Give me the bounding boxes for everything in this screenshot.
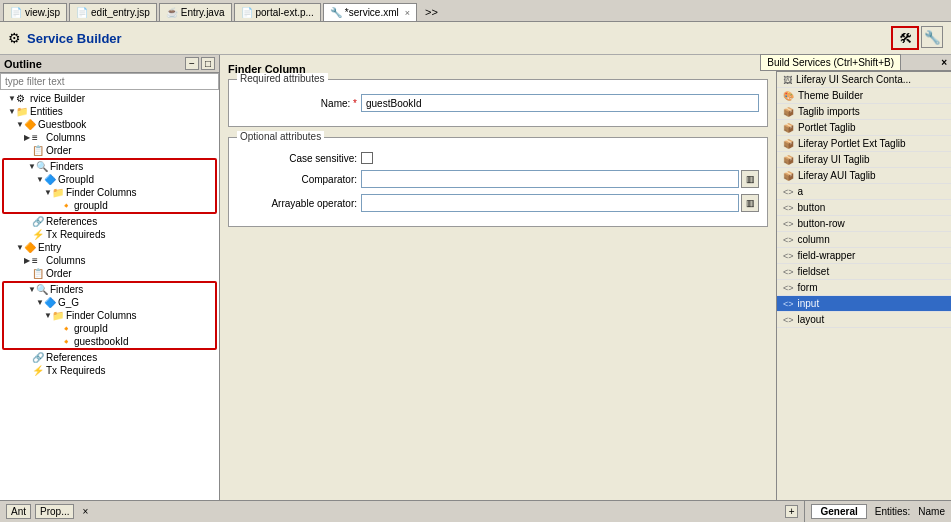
- tree-item-finder-columns-1[interactable]: ▼ 📁 Finder Columns: [4, 186, 215, 199]
- tree-item-entry-columns[interactable]: ▶ ≡ Columns: [0, 254, 219, 267]
- outline-expand-btn[interactable]: □: [201, 57, 215, 70]
- ant-label[interactable]: Ant: [6, 504, 31, 519]
- tree-item-finder-columns-2[interactable]: ▼ 📁 Finder Columns: [4, 309, 215, 322]
- case-sensitive-row: Case sensitive:: [237, 152, 759, 164]
- tree-label: guestbookId: [74, 336, 129, 347]
- tree-item-g-g[interactable]: ▼ 🔷 G_G: [4, 296, 215, 309]
- tree-item-groupid-col[interactable]: 🔸 groupId: [4, 199, 215, 212]
- tree-arrow: ▼: [28, 162, 36, 171]
- finders-icon: 🔍: [36, 284, 50, 295]
- service-builder-tree-icon: ⚙: [16, 93, 30, 104]
- right-item-portlet-ext-taglib[interactable]: 📦 Liferay Portlet Ext Taglib: [777, 136, 951, 152]
- right-item-tag-button-row[interactable]: <> button-row: [777, 216, 951, 232]
- right-item-search-conta[interactable]: 🖼 Liferay UI Search Conta...: [777, 72, 951, 88]
- right-item-tag-a[interactable]: <> a: [777, 184, 951, 200]
- outline-collapse-btn[interactable]: −: [185, 57, 199, 70]
- right-item-taglib-imports[interactable]: 📦 Taglib imports: [777, 104, 951, 120]
- right-item-icon: <>: [783, 251, 794, 261]
- outline-title: Outline: [4, 58, 42, 70]
- right-item-portlet-taglib[interactable]: 📦 Portlet Taglib: [777, 120, 951, 136]
- right-item-tag-field-wrapper[interactable]: <> field-wrapper: [777, 248, 951, 264]
- tree-item-groupid-col-2[interactable]: 🔸 groupId: [4, 322, 215, 335]
- right-item-icon: <>: [783, 203, 794, 213]
- right-tab-sn-close[interactable]: ×: [941, 57, 947, 68]
- finders-highlight-group-2: ▼ 🔍 Finders ▼ 🔷 G_G ▼ 📁 Finder Columns: [2, 281, 217, 350]
- tab-entry-java[interactable]: ☕ Entry.java: [159, 3, 232, 21]
- tree-item-guestbook-order[interactable]: 📋 Order: [0, 144, 219, 157]
- right-item-icon: <>: [783, 315, 794, 325]
- name-input[interactable]: [361, 94, 759, 112]
- outline-filter-input[interactable]: [0, 73, 219, 90]
- tree-arrow: [24, 353, 32, 362]
- case-sensitive-checkbox[interactable]: [361, 152, 373, 164]
- tree-item-entry-references[interactable]: 🔗 References: [0, 351, 219, 364]
- references-icon: 🔗: [32, 216, 46, 227]
- right-item-tag-input[interactable]: <> input: [777, 296, 951, 312]
- tree-item-guestbook[interactable]: ▼ 🔶 Guestbook: [0, 118, 219, 131]
- tree-item-service-builder[interactable]: ▼ ⚙ rvice Builder: [0, 92, 219, 105]
- tree-item-groupid[interactable]: ▼ 🔷 GroupId: [4, 173, 215, 186]
- tree-item-guestbookid-col[interactable]: 🔸 guestbookId: [4, 335, 215, 348]
- arrayable-browse-button[interactable]: ▥: [741, 194, 759, 212]
- required-attributes-legend: Required attributes: [237, 73, 328, 84]
- tree-arrow: [52, 324, 60, 333]
- title-bar: ⚙ Service Builder 🛠 🔧 Build Services (Ct…: [0, 22, 951, 55]
- right-item-label: layout: [798, 314, 825, 325]
- tab-icon: 📄: [241, 7, 253, 18]
- tree-arrow: ▼: [8, 94, 16, 103]
- tab-label: *service.xml: [345, 7, 399, 18]
- right-item-label: Liferay Portlet Ext Taglib: [798, 138, 906, 149]
- tree-item-entry-tx[interactable]: ⚡ Tx Requireds: [0, 364, 219, 377]
- required-star: *: [353, 98, 357, 109]
- right-item-ui-taglib[interactable]: 📦 Liferay UI Taglib: [777, 152, 951, 168]
- right-item-tag-button[interactable]: <> button: [777, 200, 951, 216]
- entry-icon: 🔶: [24, 242, 38, 253]
- tabs-bar: 📄 view.jsp 📄 edit_entry.jsp ☕ Entry.java…: [0, 0, 951, 22]
- right-item-label: field-wrapper: [798, 250, 856, 261]
- bottom-add-button[interactable]: +: [785, 505, 799, 518]
- tree-item-guestbook-finders[interactable]: ▼ 🔍 Finders: [4, 160, 215, 173]
- order-icon: 📋: [32, 268, 46, 279]
- tree-item-entry[interactable]: ▼ 🔶 Entry: [0, 241, 219, 254]
- right-item-tag-form[interactable]: <> form: [777, 280, 951, 296]
- comparator-input[interactable]: [361, 170, 739, 188]
- tx-icon: ⚡: [32, 365, 46, 376]
- tree-arrow: ▼: [36, 298, 44, 307]
- tab-edit-entry-jsp[interactable]: 📄 edit_entry.jsp: [69, 3, 157, 21]
- tree-item-guestbook-columns[interactable]: ▶ ≡ Columns: [0, 131, 219, 144]
- right-item-tag-fieldset[interactable]: <> fieldset: [777, 264, 951, 280]
- right-item-aui-taglib[interactable]: 📦 Liferay AUI Taglib: [777, 168, 951, 184]
- right-item-tag-layout[interactable]: <> layout: [777, 312, 951, 328]
- tree-arrow: ▼: [44, 311, 52, 320]
- toolbar-settings-button[interactable]: 🔧: [921, 26, 943, 48]
- right-item-icon: 📦: [783, 107, 794, 117]
- right-item-tag-column[interactable]: <> column: [777, 232, 951, 248]
- arrayable-operator-input[interactable]: [361, 194, 739, 212]
- build-services-button[interactable]: 🛠: [891, 26, 919, 50]
- arrayable-operator-row: Arrayable operator: ▥: [237, 194, 759, 212]
- tree-arrow: ▼: [8, 107, 16, 116]
- right-item-label: button: [798, 202, 826, 213]
- tree-item-entry-order[interactable]: 📋 Order: [0, 267, 219, 280]
- outline-panel: Outline − □ ▼ ⚙ rvice Builder ▼ 📁: [0, 55, 220, 500]
- prop-label[interactable]: Prop...: [35, 504, 74, 519]
- tab-service-xml[interactable]: 🔧 *service.xml ×: [323, 3, 417, 21]
- tree-item-entities[interactable]: ▼ 📁 Entities: [0, 105, 219, 118]
- bottom-close-icon[interactable]: ×: [82, 506, 88, 517]
- tree-item-guestbook-tx[interactable]: ⚡ Tx Requireds: [0, 228, 219, 241]
- tab-close-icon[interactable]: ×: [405, 8, 410, 18]
- general-tab[interactable]: General: [811, 504, 866, 519]
- column-icon: 🔸: [60, 323, 74, 334]
- tabs-overflow[interactable]: >>: [419, 4, 444, 20]
- comparator-browse-button[interactable]: ▥: [741, 170, 759, 188]
- right-item-theme-builder[interactable]: 🎨 Theme Builder: [777, 88, 951, 104]
- tree-label: Entities: [30, 106, 63, 117]
- finder-icon: 🔷: [44, 174, 58, 185]
- tab-icon: 📄: [10, 7, 22, 18]
- tab-portal-ext[interactable]: 📄 portal-ext.p...: [234, 3, 321, 21]
- tree-item-guestbook-references[interactable]: 🔗 References: [0, 215, 219, 228]
- tab-view-jsp[interactable]: 📄 view.jsp: [3, 3, 67, 21]
- tree-label: Guestbook: [38, 119, 86, 130]
- right-item-icon: 🎨: [783, 91, 794, 101]
- tree-item-entry-finders[interactable]: ▼ 🔍 Finders: [4, 283, 215, 296]
